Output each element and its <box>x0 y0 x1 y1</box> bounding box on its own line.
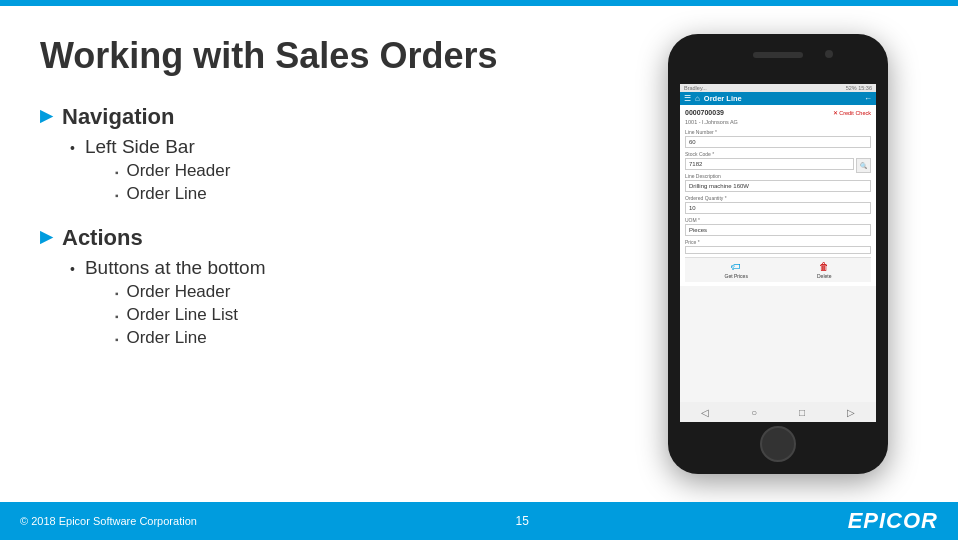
order-header-order-line-bullets: ▪ Order Header ▪ Order Line <box>115 161 230 204</box>
phone-nav-home-icon: ⌂ <box>695 94 700 103</box>
order-header-square-icon-1: ▪ <box>115 167 119 178</box>
get-prices-button[interactable]: 🏷 Get Prices <box>725 261 748 279</box>
navigation-section: ▶ Navigation • Left Side Bar ▪ Order Hea… <box>40 104 588 207</box>
actions-order-line-list-square-icon: ▪ <box>115 311 119 322</box>
phone-area: Bradley... 52% 15:36 ☰ ⌂ Order Line ← 00… <box>618 6 958 502</box>
actions-label: Actions <box>62 225 143 251</box>
delete-button[interactable]: 🗑 Delete <box>817 261 831 279</box>
phone-nav-menu-icon: ☰ <box>684 94 691 103</box>
navigation-sub-bullets: • Left Side Bar ▪ Order Header ▪ Order L… <box>70 136 588 207</box>
epicor-logo-text: EPICOR <box>848 508 938 534</box>
left-side-bar-dot: • <box>70 140 75 156</box>
actions-order-header-bullet: ▪ Order Header <box>115 282 266 302</box>
field-label-stock-code: Stock Code * <box>685 151 871 157</box>
text-content: Working with Sales Orders ▶ Navigation •… <box>0 6 618 502</box>
footer-copyright: © 2018 Epicor Software Corporation <box>20 515 197 527</box>
phone-screen: Bradley... 52% 15:36 ☰ ⌂ Order Line ← 00… <box>680 84 876 414</box>
field-value-stock-code: 7182 <box>685 158 854 170</box>
epicor-logo: EPICOR <box>848 508 938 534</box>
field-label-price: Price * <box>685 239 871 245</box>
actions-order-header-square-icon: ▪ <box>115 288 119 299</box>
field-value-uom: Pieces <box>685 224 871 236</box>
actions-order-line-bullet: ▪ Order Line <box>115 328 266 348</box>
order-line-bullet-1: ▪ Order Line <box>115 184 230 204</box>
phone-nav-title: Order Line <box>704 94 860 103</box>
stock-code-search-button[interactable]: 🔍 <box>856 158 871 173</box>
buttons-bottom-dot: • <box>70 261 75 277</box>
delete-icon: 🗑 <box>819 261 829 272</box>
credit-check-badge: ✕ Credit Check <box>833 110 871 116</box>
phone-nav-back-btn[interactable]: ◁ <box>701 407 709 415</box>
left-side-bar-label: Left Side Bar <box>85 136 195 157</box>
order-line-square-icon-1: ▪ <box>115 190 119 201</box>
order-header-text-1: Order Header <box>126 161 230 181</box>
order-id: 0000700039 <box>685 109 724 116</box>
main-content: Working with Sales Orders ▶ Navigation •… <box>0 6 958 502</box>
phone-nav-back-icon: ← <box>864 94 872 103</box>
phone-nav-square-btn[interactable]: □ <box>799 407 805 415</box>
order-line-text-1: Order Line <box>126 184 206 204</box>
actions-order-header-text: Order Header <box>126 282 230 302</box>
phone-app-body: 0000700039 ✕ Credit Check 1001 - I.Johns… <box>680 105 876 286</box>
actions-order-line-square-icon: ▪ <box>115 334 119 345</box>
buttons-bottom-label: Buttons at the bottom <box>85 257 266 278</box>
stock-code-field-row: 7182 🔍 <box>685 158 871 173</box>
buttons-bottom-item: • Buttons at the bottom ▪ Order Header ▪… <box>70 257 588 351</box>
left-side-bar-item: • Left Side Bar ▪ Order Header ▪ Order L… <box>70 136 588 207</box>
phone-bottom-actions: 🏷 Get Prices 🗑 Delete <box>685 257 871 282</box>
order-id-row: 0000700039 ✕ Credit Check <box>685 109 871 116</box>
actions-detail-bullets: ▪ Order Header ▪ Order Line List ▪ Order… <box>115 282 266 348</box>
actions-main-bullet: ▶ Actions <box>40 225 588 251</box>
actions-section: ▶ Actions • Buttons at the bottom ▪ Orde… <box>40 225 588 351</box>
navigation-main-bullet: ▶ Navigation <box>40 104 588 130</box>
order-header-bullet-1: ▪ Order Header <box>115 161 230 181</box>
phone-speaker <box>753 52 803 58</box>
page-title: Working with Sales Orders <box>40 36 588 76</box>
field-label-ordered-qty: Ordered Quantity * <box>685 195 871 201</box>
status-bar-right: 52% 15:36 <box>846 85 872 91</box>
actions-order-line-text: Order Line <box>126 328 206 348</box>
phone-camera <box>825 50 833 58</box>
field-value-price <box>685 246 871 254</box>
actions-sub-bullets: • Buttons at the bottom ▪ Order Header ▪… <box>70 257 588 351</box>
get-prices-icon: 🏷 <box>731 261 741 272</box>
actions-arrow-icon: ▶ <box>40 227 52 246</box>
actions-order-line-list-text: Order Line List <box>126 305 238 325</box>
actions-order-line-list-bullet: ▪ Order Line List <box>115 305 266 325</box>
field-label-line-desc: Line Description <box>685 173 871 179</box>
customer-name: 1001 - I.Johnsons AG <box>685 119 871 125</box>
get-prices-label: Get Prices <box>725 273 748 279</box>
field-value-ordered-qty: 10 <box>685 202 871 214</box>
navigation-arrow-icon: ▶ <box>40 106 52 125</box>
navigation-label: Navigation <box>62 104 174 130</box>
footer-page-number: 15 <box>516 514 529 528</box>
field-value-line-number: 60 <box>685 136 871 148</box>
delete-label: Delete <box>817 273 831 279</box>
phone-status-bar: Bradley... 52% 15:36 <box>680 84 876 92</box>
field-label-uom: UOM * <box>685 217 871 223</box>
phone-bottom-nav-bar: ◁ ○ □ ▷ <box>680 402 876 414</box>
field-label-line-number: Line Number * <box>685 129 871 135</box>
phone-nav-forward-btn[interactable]: ▷ <box>847 407 855 415</box>
bottom-bar: © 2018 Epicor Software Corporation 15 EP… <box>0 502 958 540</box>
phone-app-nav: ☰ ⌂ Order Line ← <box>680 92 876 105</box>
status-bar-left: Bradley... <box>684 85 707 91</box>
phone-nav-circle-btn[interactable]: ○ <box>751 407 757 415</box>
field-value-line-desc: Drilling machine 160W <box>685 180 871 192</box>
phone-home-button[interactable] <box>760 426 796 462</box>
phone-mockup: Bradley... 52% 15:36 ☰ ⌂ Order Line ← 00… <box>668 34 888 474</box>
